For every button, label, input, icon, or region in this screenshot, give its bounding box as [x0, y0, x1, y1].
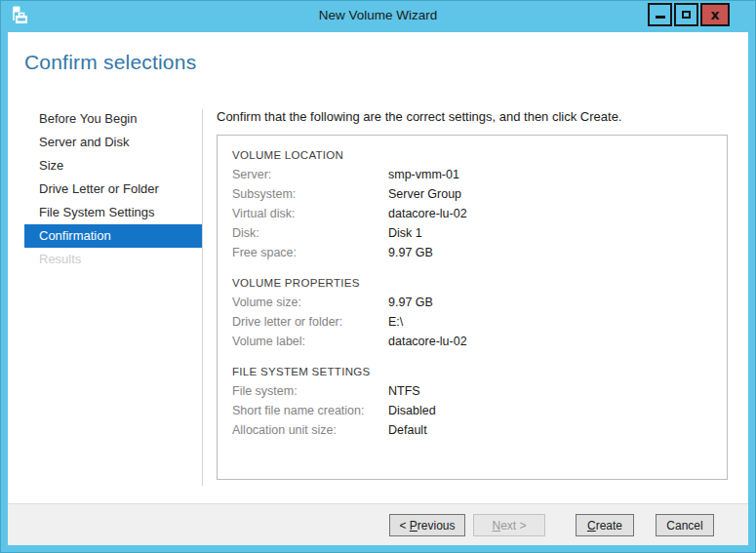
summary-row: Drive letter or folder: E:\ — [232, 312, 727, 332]
window-title: New Volume Wizard — [0, 8, 756, 22]
summary-row: Server: smp-vmm-01 — [232, 165, 727, 184]
row-label: Allocation unit size: — [232, 420, 388, 440]
cancel-button[interactable]: Cancel — [656, 514, 714, 536]
section-title: VOLUME PROPERTIES — [232, 273, 727, 293]
section-title: VOLUME LOCATION — [232, 145, 727, 165]
row-value: 9.97 GB — [388, 243, 433, 262]
row-label: Short file name creation: — [232, 401, 388, 420]
section-volume-properties: VOLUME PROPERTIES Volume size: 9.97 GB D… — [232, 273, 727, 351]
section-title: FILE SYSTEM SETTINGS — [232, 362, 727, 381]
wizard-window: New Volume Wizard x Confirm selections B… — [0, 0, 756, 553]
previous-button[interactable]: < Previous — [389, 514, 465, 536]
row-value: datacore-lu-02 — [388, 204, 467, 223]
row-label: Free space: — [232, 243, 388, 262]
page-title: Confirm selections — [24, 51, 196, 74]
minimize-icon — [656, 16, 665, 19]
row-label: Volume label: — [232, 332, 388, 351]
summary-row: File system: NTFS — [232, 381, 727, 401]
row-value: Disk 1 — [388, 223, 422, 243]
row-value: datacore-lu-02 — [388, 332, 467, 351]
step-file-system-settings[interactable]: File System Settings — [24, 201, 203, 224]
minimize-button[interactable] — [648, 3, 672, 26]
row-value: E:\ — [388, 312, 403, 332]
wizard-steps-nav: Before You Begin Server and Disk Size Dr… — [24, 107, 203, 271]
summary-row: Volume label: datacore-lu-02 — [232, 332, 727, 351]
summary-row: Free space: 9.97 GB — [232, 243, 727, 262]
summary-row: Subsystem: Server Group — [232, 184, 727, 204]
step-results: Results — [24, 248, 203, 271]
row-label: Drive letter or folder: — [232, 312, 388, 332]
row-label: Virtual disk: — [232, 204, 388, 223]
row-value: 9.97 GB — [388, 293, 433, 312]
summary-row: Virtual disk: datacore-lu-02 — [232, 204, 727, 223]
row-label: Volume size: — [232, 293, 388, 312]
title-bar: New Volume Wizard x — [0, 0, 756, 32]
close-icon: x — [710, 8, 719, 21]
step-confirmation[interactable]: Confirmation — [24, 224, 203, 248]
row-value: Server Group — [388, 184, 461, 204]
summary-row: Volume size: 9.97 GB — [232, 293, 727, 312]
confirmation-summary-box: VOLUME LOCATION Server: smp-vmm-01 Subsy… — [217, 135, 728, 480]
wizard-body: Confirm selections Before You Begin Serv… — [8, 32, 748, 545]
next-button: Next > — [473, 514, 545, 536]
row-label: File system: — [232, 381, 388, 401]
step-server-and-disk[interactable]: Server and Disk — [24, 131, 203, 154]
sidebar-divider — [202, 109, 203, 486]
window-controls: x — [646, 3, 730, 26]
maximize-icon — [682, 11, 691, 19]
row-value: NTFS — [388, 381, 420, 401]
row-label: Server: — [232, 165, 388, 184]
row-label: Disk: — [232, 223, 388, 243]
wizard-footer: < Previous Next > Create Cancel — [8, 503, 748, 545]
summary-row: Short file name creation: Disabled — [232, 401, 727, 420]
row-label: Subsystem: — [232, 184, 388, 204]
section-file-system-settings: FILE SYSTEM SETTINGS File system: NTFS S… — [232, 362, 727, 440]
section-volume-location: VOLUME LOCATION Server: smp-vmm-01 Subsy… — [232, 145, 727, 262]
create-button[interactable]: Create — [576, 514, 634, 536]
row-value: Disabled — [388, 401, 436, 420]
summary-row: Disk: Disk 1 — [232, 223, 727, 243]
row-value: Default — [388, 420, 427, 440]
row-value: smp-vmm-01 — [388, 165, 459, 184]
maximize-button[interactable] — [674, 3, 698, 26]
summary-row: Allocation unit size: Default — [232, 420, 727, 440]
step-size[interactable]: Size — [24, 154, 203, 178]
instruction-text: Confirm that the following are the corre… — [217, 109, 621, 124]
step-before-you-begin[interactable]: Before You Begin — [24, 107, 203, 131]
close-button[interactable]: x — [700, 3, 730, 26]
step-drive-letter-or-folder[interactable]: Drive Letter or Folder — [24, 178, 203, 201]
